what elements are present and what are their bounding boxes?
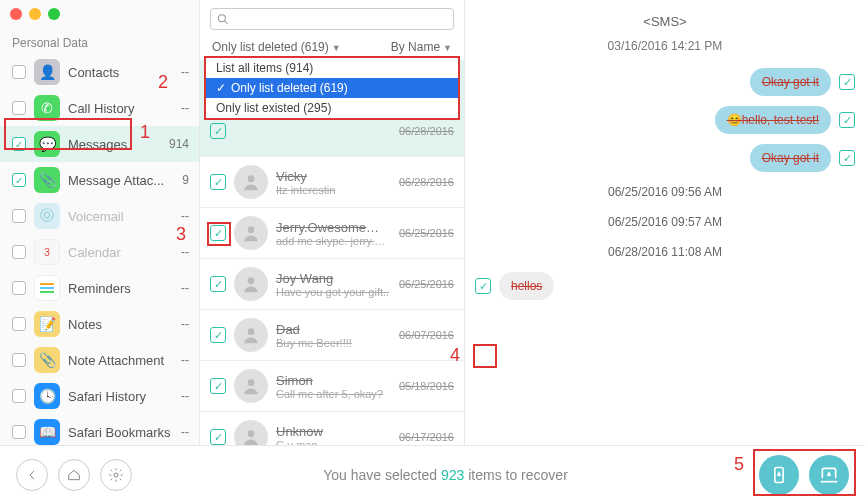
- row-checkbox[interactable]: [210, 378, 226, 394]
- svg-point-7: [248, 430, 255, 437]
- avatar: [234, 369, 268, 403]
- avatar: [234, 267, 268, 301]
- svg-point-9: [114, 473, 118, 477]
- row-checkbox[interactable]: [210, 225, 226, 241]
- sidebar-item-label: Voicemail: [68, 209, 124, 224]
- bubble-checkbox[interactable]: [475, 278, 491, 294]
- message-row[interactable]: SimonCall me after 5, okay? 05/18/2016: [200, 361, 464, 412]
- footer: You have selected 923 items to recover: [0, 445, 865, 503]
- message-row[interactable]: Jerry.Owesome@aol.comadd me skype. jerry…: [200, 208, 464, 259]
- filter-option-existed[interactable]: Only list existed (295): [206, 98, 458, 118]
- sidebar-item-messages[interactable]: 💬 Messages 914: [0, 126, 199, 162]
- message-bubble-row: Okay got it: [475, 68, 855, 96]
- notes-icon: 📝: [34, 311, 60, 337]
- sidebar-item-contacts[interactable]: 👤 Contacts --: [0, 54, 199, 90]
- bubble-checkbox[interactable]: [839, 74, 855, 90]
- sidebar-item-safari-bookmarks[interactable]: 📖 Safari Bookmarks --: [0, 414, 199, 445]
- safari-history-icon: 🕓: [34, 383, 60, 409]
- checkbox[interactable]: [12, 281, 26, 295]
- svg-point-0: [218, 15, 225, 22]
- bubble-checkbox[interactable]: [839, 150, 855, 166]
- outgoing-bubble: 😊hello, test test!: [715, 106, 831, 134]
- checkbox[interactable]: [12, 353, 26, 367]
- sidebar-item-label: Note Attachment: [68, 353, 164, 368]
- back-button[interactable]: [16, 459, 48, 491]
- window-controls: [10, 8, 60, 20]
- sidebar-item-label: Safari Bookmarks: [68, 425, 171, 440]
- avatar: [234, 318, 268, 352]
- contacts-icon: 👤: [34, 59, 60, 85]
- footer-message: You have selected 923 items to recover: [142, 467, 749, 483]
- checkbox[interactable]: [12, 317, 26, 331]
- message-bubble-row: Okay got it: [475, 144, 855, 172]
- message-row[interactable]: DadBuy me Beer!!!! 06/07/2016: [200, 310, 464, 361]
- row-checkbox[interactable]: [210, 276, 226, 292]
- sidebar-item-note-attachment[interactable]: 📎 Note Attachment --: [0, 342, 199, 378]
- checkbox[interactable]: [12, 101, 26, 115]
- filter-dropdown-trigger[interactable]: Only list deleted (619)▼: [212, 40, 341, 54]
- sidebar-item-label: Reminders: [68, 281, 131, 296]
- svg-line-1: [225, 21, 228, 24]
- messages-icon: 💬: [34, 131, 60, 157]
- maximize-window-button[interactable]: [48, 8, 60, 20]
- minimize-window-button[interactable]: [29, 8, 41, 20]
- incoming-bubble: hellos: [499, 272, 554, 300]
- checkbox[interactable]: [12, 173, 26, 187]
- sidebar-item-reminders[interactable]: Reminders --: [0, 270, 199, 306]
- message-detail-panel: <SMS> 03/16/2016 14:21 PM Okay got it 😊h…: [465, 0, 865, 445]
- sidebar-item-voicemail[interactable]: ⓞ Voicemail --: [0, 198, 199, 234]
- sidebar-item-label: Message Attac...: [68, 173, 164, 188]
- filter-option-all[interactable]: List all items (914): [206, 58, 458, 78]
- bubble-checkbox[interactable]: [839, 112, 855, 128]
- sidebar-item-call-history[interactable]: ✆ Call History --: [0, 90, 199, 126]
- message-list-panel: Only list deleted (619)▼ By Name▼ List a…: [200, 0, 465, 445]
- checkbox[interactable]: [12, 209, 26, 223]
- search-input[interactable]: [210, 8, 454, 30]
- voicemail-icon: ⓞ: [34, 203, 60, 229]
- message-row[interactable]: UnknowC u man 06/17/2016: [200, 412, 464, 445]
- row-checkbox[interactable]: [210, 174, 226, 190]
- checkbox[interactable]: [12, 245, 26, 259]
- outgoing-bubble: Okay got it: [750, 144, 831, 172]
- checkbox[interactable]: [12, 137, 26, 151]
- sidebar-item-label: Calendar: [68, 245, 121, 260]
- svg-point-4: [248, 277, 255, 284]
- row-checkbox[interactable]: [210, 429, 226, 445]
- sidebar-item-safari-history[interactable]: 🕓 Safari History --: [0, 378, 199, 414]
- recover-to-computer-button[interactable]: [809, 455, 849, 495]
- timestamp: 06/25/2016 09:57 AM: [475, 207, 855, 237]
- sidebar-item-label: Safari History: [68, 389, 146, 404]
- filter-option-deleted[interactable]: Only list deleted (619): [206, 78, 458, 98]
- phone-icon: ✆: [34, 95, 60, 121]
- search-field[interactable]: [232, 12, 447, 26]
- sidebar-item-notes[interactable]: 📝 Notes --: [0, 306, 199, 342]
- outgoing-bubble: Okay got it: [750, 68, 831, 96]
- sidebar-item-label: Notes: [68, 317, 102, 332]
- message-row[interactable]: VickyItz interestin 06/28/2016: [200, 157, 464, 208]
- message-row[interactable]: Joy WangHave you got your gift.. 06/25/2…: [200, 259, 464, 310]
- sidebar-item-calendar[interactable]: 3 Calendar --: [0, 234, 199, 270]
- checkbox[interactable]: [12, 65, 26, 79]
- safari-bookmarks-icon: 📖: [34, 419, 60, 445]
- sidebar-item-label: Messages: [68, 137, 127, 152]
- svg-point-6: [248, 379, 255, 386]
- reminders-icon: [34, 275, 60, 301]
- close-window-button[interactable]: [10, 8, 22, 20]
- row-checkbox[interactable]: [210, 123, 226, 139]
- calendar-icon: 3: [34, 239, 60, 265]
- row-checkbox[interactable]: [210, 327, 226, 343]
- sidebar-item-label: Contacts: [68, 65, 119, 80]
- recover-to-device-button[interactable]: [759, 455, 799, 495]
- svg-point-3: [248, 226, 255, 233]
- timestamp: 06/25/2016 09:56 AM: [475, 177, 855, 207]
- sort-dropdown-trigger[interactable]: By Name▼: [391, 40, 452, 54]
- checkbox[interactable]: [12, 425, 26, 439]
- settings-button[interactable]: [100, 459, 132, 491]
- sidebar: Personal Data 👤 Contacts -- ✆ Call Histo…: [0, 0, 200, 445]
- search-icon: [217, 13, 228, 25]
- message-bubble-row: 😊hello, test test!: [475, 106, 855, 134]
- sidebar-item-message-attach[interactable]: 📎 Message Attac... 9: [0, 162, 199, 198]
- home-button[interactable]: [58, 459, 90, 491]
- checkbox[interactable]: [12, 389, 26, 403]
- detail-header-time: 03/16/2016 14:21 PM: [475, 35, 855, 63]
